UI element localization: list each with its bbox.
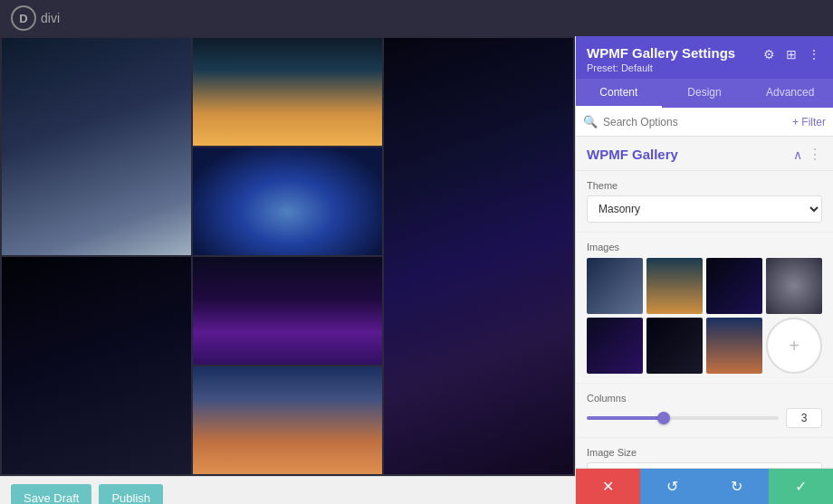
- slider-row: 3: [587, 408, 822, 428]
- slider-thumb[interactable]: [657, 412, 670, 424]
- tab-content[interactable]: Content: [576, 79, 662, 108]
- undo-button[interactable]: ↺: [640, 469, 704, 504]
- section-icons: ∧ ⋮: [793, 146, 822, 163]
- gallery-item-milky: [384, 38, 573, 474]
- divi-logo[interactable]: D divi: [11, 5, 60, 31]
- gallery-item-launch: [193, 38, 382, 146]
- slider-fill: [587, 416, 664, 420]
- img-thumb-5[interactable]: [587, 318, 643, 374]
- field-columns-label: Columns: [587, 393, 822, 404]
- panel-header-actions: ⚙ ⊞ ⋮: [761, 45, 822, 63]
- gallery-item-spiral: [193, 147, 382, 255]
- field-image-size-label: Image Size: [587, 447, 822, 458]
- gallery-item-col5: [193, 257, 382, 474]
- img-thumb-6[interactable]: [646, 318, 703, 374]
- field-columns: Columns 3: [576, 384, 833, 438]
- section-header: WPMF Gallery ∧ ⋮: [576, 137, 833, 171]
- panel-tabs: Content Design Advanced: [576, 79, 833, 108]
- img-thumb-2[interactable]: [646, 258, 703, 314]
- brand-name: divi: [41, 11, 60, 25]
- gallery-item-col2: [193, 38, 382, 255]
- canvas-area: Save Draft Publish: [0, 36, 575, 504]
- section-title: WPMF Gallery: [587, 147, 678, 162]
- settings-panel: WPMF Gallery Settings Preset: Default ⚙ …: [575, 36, 833, 504]
- gallery-item-purple: [193, 257, 382, 365]
- search-input[interactable]: [603, 116, 787, 128]
- field-images: Images +: [576, 233, 833, 384]
- top-bar: D divi: [0, 0, 833, 36]
- filter-button[interactable]: + Filter: [792, 116, 826, 128]
- gallery-container: [0, 36, 575, 476]
- section-collapse-btn[interactable]: ∧: [793, 147, 802, 162]
- gallery-item-galaxy-side: [2, 257, 191, 474]
- panel-layout-icon[interactable]: ⊞: [784, 45, 799, 63]
- panel-title: WPMF Gallery Settings: [587, 45, 735, 61]
- search-icon: 🔍: [583, 115, 598, 128]
- delete-button[interactable]: ✕: [576, 469, 640, 504]
- divi-d-icon: D: [11, 5, 36, 31]
- tab-advanced[interactable]: Advanced: [747, 79, 833, 108]
- panel-menu-icon[interactable]: ⋮: [806, 45, 822, 63]
- panel-header-row: WPMF Gallery Settings Preset: Default ⚙ …: [587, 45, 822, 73]
- panel-header: WPMF Gallery Settings Preset: Default ⚙ …: [576, 36, 833, 79]
- img-thumb-7[interactable]: [706, 318, 762, 374]
- field-image-size: Image Size Thumbnail Medium Large Full: [576, 438, 833, 468]
- redo-button[interactable]: ↻: [704, 469, 769, 504]
- img-thumb-4[interactable]: [766, 258, 822, 314]
- theme-select[interactable]: Masonry Grid Slider Portfolio: [587, 195, 822, 223]
- img-thumb-3[interactable]: [706, 258, 762, 314]
- panel-search: 🔍 + Filter: [576, 108, 833, 137]
- tab-design[interactable]: Design: [662, 79, 748, 108]
- gallery-item-clouds: [193, 366, 382, 474]
- panel-preset: Preset: Default: [587, 62, 735, 73]
- field-theme: Theme Masonry Grid Slider Portfolio: [576, 171, 833, 233]
- main-layout: Save Draft Publish WPMF Gallery Settings…: [0, 36, 833, 504]
- panel-body: WPMF Gallery ∧ ⋮ Theme Masonry Grid Slid…: [576, 137, 833, 468]
- img-thumb-1[interactable]: [587, 258, 643, 314]
- images-grid: +: [587, 258, 822, 374]
- section-more-btn[interactable]: ⋮: [808, 146, 822, 163]
- bottom-bar: Save Draft Publish: [0, 476, 575, 504]
- field-images-label: Images: [587, 242, 822, 252]
- slider-track[interactable]: [587, 416, 779, 420]
- panel-bottom-bar: ✕ ↺ ↻ ✓: [576, 468, 833, 504]
- confirm-button[interactable]: ✓: [769, 469, 833, 504]
- publish-button[interactable]: Publish: [99, 484, 163, 504]
- save-draft-button[interactable]: Save Draft: [11, 484, 91, 504]
- add-image-button[interactable]: +: [766, 318, 822, 374]
- field-theme-label: Theme: [587, 180, 822, 191]
- panel-settings-icon[interactable]: ⚙: [761, 45, 777, 63]
- slider-value: 3: [786, 408, 822, 428]
- gallery-item-rocket: [2, 38, 191, 255]
